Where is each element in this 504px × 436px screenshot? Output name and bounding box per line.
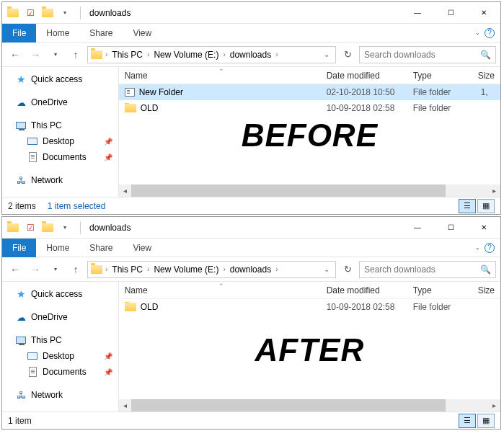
qat-newfolder[interactable] (40, 5, 56, 21)
ribbon-expand-icon[interactable]: ⌄ (475, 244, 480, 251)
qat-newfolder[interactable] (40, 220, 56, 236)
sidebar-this-pc[interactable]: This PC (2, 117, 118, 133)
help-button[interactable]: ? (485, 28, 495, 38)
view-details-button[interactable]: ☰ (459, 199, 476, 213)
scroll-right-icon[interactable]: ▸ (488, 399, 500, 411)
nav-back[interactable]: ← (6, 46, 24, 63)
maximize-button[interactable]: ☐ (434, 2, 467, 24)
titlebar[interactable]: ☑ ▾ downloads — ☐ ✕ (2, 2, 500, 24)
nav-up[interactable]: ↑ (67, 261, 84, 278)
sidebar-this-pc[interactable]: This PC (2, 332, 118, 348)
qat-customize[interactable]: ▾ (57, 5, 73, 21)
address-bar[interactable]: › This PC › New Volume (E:) › downloads … (87, 46, 336, 63)
ribbon: File HomeShareView ⌄ ? (2, 24, 500, 43)
chevron-right-icon: › (105, 265, 107, 273)
search-input[interactable]: Search downloads 🔍 (359, 46, 496, 63)
titlebar[interactable]: ☑ ▾ downloads — ☐ ✕ (2, 217, 500, 239)
file-type: File folder (407, 302, 472, 312)
sidebar-desktop[interactable]: Desktop📌 (2, 133, 118, 149)
close-button[interactable]: ✕ (467, 2, 500, 24)
refresh-button[interactable]: ↻ (339, 46, 356, 63)
breadcrumb-seg[interactable]: downloads (227, 50, 274, 60)
nav-row: ← → ▾ ↑ › This PC › New Volume (E:) › do… (2, 43, 500, 67)
app-icon[interactable] (5, 5, 21, 21)
sidebar-documents[interactable]: Documents📌 (2, 149, 118, 165)
nav-history[interactable]: ▾ (47, 261, 64, 278)
status-bar: 2 items 1 item selected ☰ ▦ (2, 197, 500, 214)
star-icon: ★ (15, 74, 27, 85)
sidebar-network[interactable]: 🖧Network (2, 387, 118, 403)
sidebar-network[interactable]: 🖧Network (2, 172, 118, 188)
ribbon-file-tab[interactable]: File (2, 239, 36, 257)
table-row[interactable]: OLD 10-09-2018 02:58 File folder (119, 299, 500, 315)
nav-up[interactable]: ↑ (67, 46, 84, 63)
table-row[interactable]: OLD 10-09-2018 02:58 File folder (119, 100, 500, 116)
cloud-icon: ☁ (15, 97, 27, 108)
address-dropdown[interactable]: ⌄ (319, 50, 334, 58)
refresh-button[interactable]: ↻ (339, 261, 356, 278)
folder-icon (125, 303, 136, 311)
sidebar-onedrive[interactable]: ☁OneDrive (2, 309, 118, 325)
file-name: OLD (141, 302, 159, 312)
breadcrumb-seg[interactable]: This PC (109, 264, 146, 275)
ribbon-tab[interactable]: Home (36, 24, 79, 43)
col-date[interactable]: Date modified (321, 285, 407, 295)
sidebar-desktop[interactable]: Desktop📌 (2, 348, 118, 364)
file-list: ⌃ Name Date modified Type Size New Folde… (119, 67, 500, 197)
ribbon-tab[interactable]: View (123, 24, 162, 43)
chevron-right-icon: › (275, 265, 278, 273)
qat-properties[interactable]: ☑ (22, 220, 38, 236)
horizontal-scrollbar[interactable]: ◂ ▸ (119, 184, 500, 197)
document-icon (27, 366, 38, 378)
scroll-thumb[interactable] (131, 399, 446, 411)
ribbon-tab[interactable]: View (123, 239, 162, 257)
qat-customize[interactable]: ▾ (57, 220, 73, 236)
sidebar-documents[interactable]: Documents📌 (2, 364, 118, 380)
ribbon-tab[interactable]: Share (79, 239, 123, 257)
sidebar-quick-access[interactable]: ★Quick access (2, 71, 118, 87)
search-input[interactable]: Search downloads 🔍 (359, 261, 496, 278)
maximize-button[interactable]: ☐ (434, 217, 467, 239)
breadcrumb-seg[interactable]: New Volume (E:) (151, 264, 221, 275)
scroll-thumb[interactable] (131, 184, 446, 197)
ribbon-tab[interactable]: Share (79, 24, 123, 43)
sort-asc-icon: ⌃ (218, 282, 224, 290)
help-button[interactable]: ? (485, 243, 495, 253)
col-type[interactable]: Type (407, 285, 472, 295)
sidebar-quick-access[interactable]: ★Quick access (2, 286, 118, 302)
qat-properties[interactable]: ☑ (22, 5, 38, 21)
minimize-button[interactable]: — (401, 2, 434, 24)
scroll-left-icon[interactable]: ◂ (119, 184, 131, 197)
nav-back[interactable]: ← (6, 261, 24, 278)
nav-history[interactable]: ▾ (47, 46, 64, 63)
breadcrumb-seg[interactable]: New Volume (E:) (151, 50, 221, 60)
status-count: 2 items (8, 201, 36, 211)
view-large-button[interactable]: ▦ (477, 199, 495, 213)
app-icon[interactable] (5, 220, 21, 236)
table-row[interactable]: New Folder 02-10-2018 10:50 File folder … (119, 84, 500, 100)
view-large-button[interactable]: ▦ (477, 414, 495, 428)
sidebar-onedrive[interactable]: ☁OneDrive (2, 94, 118, 110)
ribbon-tab[interactable]: Home (36, 239, 79, 257)
minimize-button[interactable]: — (401, 217, 434, 239)
pin-icon: 📌 (104, 352, 112, 360)
scroll-right-icon[interactable]: ▸ (488, 184, 500, 197)
col-date[interactable]: Date modified (321, 71, 407, 81)
address-bar[interactable]: › This PC › New Volume (E:) › downloads … (87, 261, 336, 278)
nav-forward[interactable]: → (27, 46, 44, 63)
nav-forward[interactable]: → (27, 261, 44, 278)
breadcrumb-seg[interactable]: downloads (227, 264, 274, 275)
close-button[interactable]: ✕ (467, 217, 500, 239)
column-headers: ⌃ Name Date modified Type Size (119, 67, 500, 84)
col-type[interactable]: Type (407, 71, 472, 81)
col-size[interactable]: Size (472, 71, 500, 81)
horizontal-scrollbar[interactable]: ◂ ▸ (119, 399, 500, 411)
ribbon-expand-icon[interactable]: ⌄ (475, 30, 480, 36)
col-size[interactable]: Size (472, 285, 500, 295)
ribbon-file-tab[interactable]: File (2, 24, 36, 43)
address-dropdown[interactable]: ⌄ (319, 265, 334, 273)
column-headers: ⌃ Name Date modified Type Size (119, 282, 500, 299)
scroll-left-icon[interactable]: ◂ (119, 399, 131, 411)
breadcrumb-seg[interactable]: This PC (109, 50, 146, 60)
view-details-button[interactable]: ☰ (459, 414, 476, 428)
